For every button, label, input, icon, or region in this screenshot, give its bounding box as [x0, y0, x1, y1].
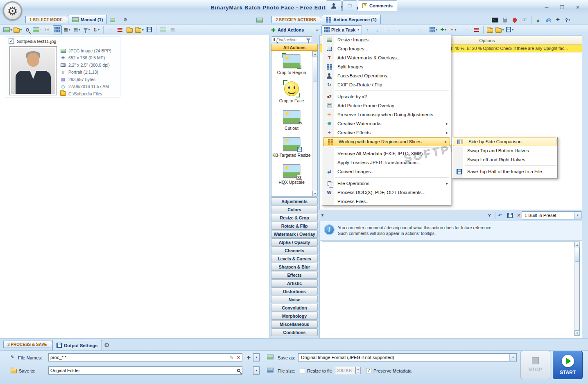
start-button[interactable]: START	[553, 351, 583, 379]
comments-help-button[interactable]: ?	[485, 211, 494, 220]
add-pattern-button[interactable]: ✚	[244, 353, 253, 362]
menu-item-creative-watermarks[interactable]: ❋Creative Watermarks▸	[322, 119, 451, 128]
category-noise[interactable]: Noise	[271, 296, 318, 303]
browse-images-button[interactable]	[107, 16, 117, 24]
stop-button[interactable]: STOP	[520, 351, 550, 379]
remove-image-button[interactable]: −	[33, 25, 42, 34]
save-to-dropdown-button[interactable]: ▾	[253, 366, 260, 375]
category-effects[interactable]: Effects	[271, 271, 318, 279]
location-button[interactable]	[510, 16, 519, 25]
actions-scrollbar[interactable]: ▲ ▼	[312, 51, 317, 196]
edit-action-dropdown[interactable]: ▾	[429, 25, 438, 34]
menu-item-file-operations[interactable]: File Operations▸	[322, 179, 451, 188]
tab-manual[interactable]: Manual (1)	[68, 15, 107, 24]
comment-text-area[interactable]: ▲ ▼	[322, 242, 580, 336]
menu-item-exif-derotate[interactable]: ↻EXIF De-Rotate / Flip	[322, 80, 451, 89]
size-limit-input[interactable]: 300 KB	[335, 367, 355, 374]
menu-item-upscale-x2[interactable]: x2Upscale by x2	[322, 92, 451, 101]
preserve-metadata-checkbox[interactable]	[366, 368, 371, 373]
tab-comments[interactable]: Comments	[358, 0, 397, 11]
tab-output-settings[interactable]: Output Settings	[52, 340, 102, 350]
add-images-button[interactable]: +	[3, 25, 12, 34]
import-sequence-button[interactable]: +	[495, 25, 504, 34]
category-artistic[interactable]: Artistic	[271, 279, 318, 287]
search-input[interactable]	[276, 38, 305, 42]
mode-settings-button[interactable]: ⚙	[120, 16, 130, 24]
filter-dropdown[interactable]: ▾	[82, 25, 91, 34]
category-sharpen-blur[interactable]: Sharpen & Blur	[271, 263, 318, 271]
close-button[interactable]: ✕	[573, 4, 582, 11]
menu-item-process-documents[interactable]: WProcess DOC(X), PDF, ODT Documents...	[322, 188, 451, 197]
plugins-button[interactable]	[500, 16, 509, 25]
menu-item-split-images[interactable]: Split Images	[322, 62, 451, 71]
menu-item-picture-frame[interactable]: Add Picture Frame Overlay	[322, 101, 451, 110]
save-list-button[interactable]	[145, 25, 154, 34]
menu-item-resize-images[interactable]: Resize Images...	[322, 35, 451, 44]
move-up-button[interactable]: ↑	[363, 25, 372, 34]
columns-dropdown[interactable]: ▤▾	[72, 25, 81, 34]
save-comment-button[interactable]	[505, 211, 514, 220]
remove-selected-button[interactable]: −	[106, 25, 115, 34]
remove-action-button[interactable]: −	[462, 25, 471, 34]
file-checkbox[interactable]	[9, 38, 14, 44]
tab-action-sequence[interactable]: Action Sequence (1)	[322, 15, 381, 24]
thumbnail-view-button[interactable]	[53, 25, 62, 34]
action-kb-targeted-resize[interactable]: KB-Targeted Resize	[271, 137, 312, 158]
revert-comment-button[interactable]: ↶	[495, 211, 504, 220]
save-as-dropdown[interactable]: Original Image Format (JPEG if not suppo…	[298, 353, 517, 361]
category-watermark-overlay[interactable]: Watermark / Overlay	[271, 230, 318, 238]
submenu-item-save-top-half[interactable]: Save Top Half of the Image to a File	[452, 167, 557, 176]
help-button[interactable]: ?▾	[563, 16, 572, 25]
size-stepper[interactable]: ▲▼	[355, 367, 361, 374]
category-channels[interactable]: Channels	[271, 246, 318, 254]
menu-item-preserve-luminosity[interactable]: ☀Preserve Luminosity when Doing Adjustme…	[322, 110, 451, 119]
nav-back2-button[interactable]: ←	[396, 25, 405, 34]
category-morphology[interactable]: Morphology	[271, 312, 318, 320]
view-mode-dropdown[interactable]: ▦▾	[63, 25, 72, 34]
menu-item-working-with-regions[interactable]: Working with Image Regions and Slices▸	[323, 137, 450, 146]
action-crop-to-region[interactable]: Crop to Region	[271, 54, 312, 75]
edit-pattern-icon[interactable]: ✎	[230, 355, 233, 360]
collapse-panel-button[interactable]: «	[316, 27, 319, 32]
menu-item-add-watermarks[interactable]: TAdd Watermarks & Overlays...	[322, 53, 451, 62]
action-cut-out[interactable]: ✂ Cut out	[271, 110, 312, 131]
check-all-button[interactable]: ☑	[43, 25, 52, 34]
comment-scrollbar[interactable]: ▲ ▼	[574, 242, 579, 336]
add-tool-button[interactable]: ✚	[553, 16, 562, 25]
output-options-gear-button[interactable]: ⚙	[102, 341, 111, 350]
file-thumbnail[interactable]	[9, 46, 57, 95]
category-miscellaneous[interactable]: Miscellaneous	[271, 320, 318, 328]
tab-dialog-view[interactable]: ❐	[342, 0, 357, 11]
menu-item-crop-images[interactable]: Crop Images...	[322, 44, 451, 53]
preview-image-button[interactable]	[158, 25, 167, 34]
save-sequence-dropdown[interactable]: ▾	[505, 25, 514, 34]
minimize-button[interactable]: ─	[542, 4, 551, 11]
tab-action-properties[interactable]	[326, 0, 341, 11]
upload-button[interactable]: ▲	[534, 16, 543, 25]
browse-folder-icon[interactable]	[237, 369, 240, 372]
search-files-button[interactable]	[23, 25, 32, 34]
scroll-down-button[interactable]: ▼	[312, 191, 318, 196]
category-convolution[interactable]: Convolution	[271, 304, 318, 312]
add-effect-dropdown[interactable]: ✦▾	[449, 25, 458, 34]
find-action-search[interactable]	[272, 36, 312, 43]
nav-forward-button[interactable]: →	[406, 25, 415, 34]
clear-actions-button[interactable]	[472, 25, 481, 34]
category-resize-crop[interactable]: Resize & Crop	[271, 214, 318, 221]
category-alpha-opacity[interactable]: Alpha / Opacity	[271, 238, 318, 246]
action-hqx-upscale[interactable]: x2 HQX Upscale	[271, 164, 312, 185]
move-down-button[interactable]: ↓	[373, 25, 382, 34]
file-names-dropdown-button[interactable]: ▾	[253, 353, 260, 361]
submenu-item-side-by-side[interactable]: Side by Side Comparison	[453, 137, 556, 146]
menu-item-creative-effects[interactable]: ✦Creative Effects▸	[322, 128, 451, 137]
tag-image-button[interactable]: ▤	[168, 25, 177, 34]
nav-back-button[interactable]: ←	[386, 25, 395, 34]
task-list-button[interactable]: ☑	[520, 16, 529, 25]
submenu-item-swap-left-right[interactable]: Swap Left and Right Halves	[452, 155, 557, 164]
menu-item-face-based-operations[interactable]: Face-Based Operations...	[322, 71, 451, 80]
sort-dropdown[interactable]: ⇄▾	[92, 25, 101, 34]
menu-item-remove-metadata[interactable]: Remove All Metadata (EXIF, IPTC, XMP)...	[322, 149, 451, 158]
menu-item-convert-images[interactable]: ⇄Convert Images...	[322, 167, 451, 176]
nav-forward2-button[interactable]: →	[416, 25, 425, 34]
maximize-button[interactable]: ❐	[558, 4, 567, 11]
